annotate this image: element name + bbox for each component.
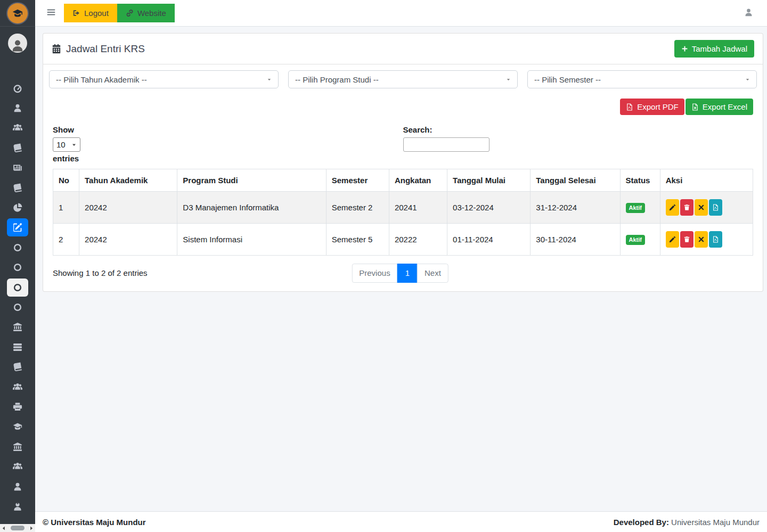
users-icon xyxy=(13,462,22,471)
table-cell: Semester 5 xyxy=(326,224,389,256)
bank-icon xyxy=(13,442,22,452)
sidebar-item-entri-krs[interactable] xyxy=(0,218,35,238)
status-badge: Aktif xyxy=(626,203,645,213)
brand[interactable] xyxy=(0,0,35,27)
sidebar-item-users[interactable] xyxy=(0,118,35,138)
table-row: 220242Sistem InformasiSemester 52022201-… xyxy=(53,224,753,256)
export-pdf-label: Export PDF xyxy=(637,102,679,111)
column-header[interactable]: Semester xyxy=(326,169,389,192)
website-label: Website xyxy=(137,9,166,18)
user-avatar[interactable] xyxy=(8,34,27,53)
developed-by-value: Universitas Maju Mundur xyxy=(669,518,760,527)
users-icon xyxy=(13,382,22,392)
sidebar-item-campus-1[interactable] xyxy=(0,317,35,337)
sidebar-item-dashboard[interactable] xyxy=(0,78,35,98)
tambah-jadwal-button[interactable]: Tambah Jadwal xyxy=(674,40,754,58)
scrollbar-thumb[interactable] xyxy=(11,526,25,530)
printer-icon xyxy=(13,402,22,412)
sidebar-item-chart[interactable] xyxy=(0,198,35,217)
newspaper-icon xyxy=(13,163,22,173)
sidebar-item-newspaper[interactable] xyxy=(0,158,35,178)
table-head: NoTahun AkademikProgram StudiSemesterAng… xyxy=(53,169,753,192)
export-excel-button[interactable]: Export Excel xyxy=(686,99,753,115)
sidebar-nav xyxy=(0,78,35,532)
sidebar-item-group-2[interactable] xyxy=(0,456,35,476)
sidebar-item-box xyxy=(7,99,28,117)
page-title: Jadwal Entri KRS xyxy=(52,43,145,55)
sidebar xyxy=(0,0,35,532)
pagination-previous[interactable]: Previous xyxy=(352,264,397,283)
sidebar-item-book-2[interactable] xyxy=(0,178,35,198)
delete-action-button[interactable] xyxy=(680,199,693,216)
filter-select-tahun-akademik[interactable]: -- Pilih Tahun Akademik -- xyxy=(49,70,279,88)
file-pdf-icon xyxy=(626,103,633,111)
export-pdf-button[interactable]: Export PDF xyxy=(620,99,684,115)
user-menu-button[interactable] xyxy=(744,8,753,19)
sidebar-item-book-1[interactable] xyxy=(0,138,35,158)
website-button[interactable]: Website xyxy=(117,4,175,22)
print-pdf-action-button[interactable] xyxy=(709,199,722,216)
sidebar-item-sub-4[interactable] xyxy=(0,297,35,317)
sidebar-item-print[interactable] xyxy=(0,397,35,416)
column-header[interactable]: Aksi xyxy=(660,169,753,192)
export-buttons: Export PDF Export Excel xyxy=(53,99,753,115)
sidebar-item-data-server[interactable] xyxy=(0,337,35,357)
sidebar-horizontal-scrollbar[interactable] xyxy=(0,524,35,532)
column-header[interactable]: Tahun Akademik xyxy=(79,169,177,192)
column-header[interactable]: Program Studi xyxy=(177,169,326,192)
sidebar-item-staff[interactable] xyxy=(0,496,35,516)
datatable-controls: Show 10 entries Search: xyxy=(53,125,753,163)
sidebar-item-sub-3[interactable] xyxy=(0,277,35,297)
deactivate-action-button[interactable] xyxy=(695,231,708,248)
pencil-icon xyxy=(669,204,676,211)
column-header[interactable]: No xyxy=(53,169,79,192)
sign-out-icon xyxy=(72,9,80,17)
table-cell: 03-12-2024 xyxy=(447,192,531,224)
delete-action-button[interactable] xyxy=(680,231,693,248)
sidebar-item-user-2[interactable] xyxy=(0,477,35,496)
filter-select-program-studi[interactable]: -- Pilih Program Studi -- xyxy=(288,70,518,88)
circle-icon xyxy=(13,243,22,252)
sidebar-item-sub-2[interactable] xyxy=(0,258,35,277)
table-footer: Showing 1 to 2 of 2 entries Previous 1 N… xyxy=(53,264,753,284)
page-length-select[interactable]: 10 xyxy=(53,137,80,152)
entries-label: entries xyxy=(53,154,403,163)
user-icon xyxy=(744,8,753,17)
edit-action-button[interactable] xyxy=(666,231,679,248)
sidebar-item-box xyxy=(7,358,28,376)
select-caret-icon xyxy=(71,142,77,148)
column-header[interactable]: Tanggal Selesai xyxy=(531,169,620,192)
sidebar-item-campus-2[interactable] xyxy=(0,437,35,456)
edit-action-button[interactable] xyxy=(666,199,679,216)
logout-button[interactable]: Logout xyxy=(64,4,117,22)
column-header[interactable]: Tanggal Mulai xyxy=(447,169,531,192)
circle-icon xyxy=(13,283,22,292)
sidebar-item-box xyxy=(7,378,28,396)
sidebar-item-book-3[interactable] xyxy=(0,357,35,377)
user-icon xyxy=(13,103,22,113)
sidebar-toggle-button[interactable] xyxy=(45,7,57,19)
developed-by: Developed By: Universitas Maju Mundur xyxy=(614,518,760,527)
caret-down-icon xyxy=(267,77,272,82)
sidebar-item-profile[interactable] xyxy=(0,98,35,118)
sidebar-item-box xyxy=(7,279,28,297)
deactivate-action-button[interactable] xyxy=(695,199,708,216)
caret-right-icon[interactable] xyxy=(29,526,34,531)
column-header[interactable]: Angkatan xyxy=(389,169,447,192)
datatable-wrapper: Export PDF Export Excel Show xyxy=(49,99,757,284)
caret-left-icon[interactable] xyxy=(1,526,6,531)
pagination-next[interactable]: Next xyxy=(417,264,448,283)
search-input[interactable] xyxy=(403,137,489,152)
pagination-page-1[interactable]: 1 xyxy=(397,264,418,283)
print-pdf-action-button[interactable] xyxy=(709,231,722,248)
jadwal-card: Jadwal Entri KRS Tambah Jadwal -- Pilih … xyxy=(43,33,763,292)
column-header[interactable]: Status xyxy=(620,169,660,192)
page-title-text: Jadwal Entri KRS xyxy=(66,43,145,55)
tachometer-icon xyxy=(13,84,22,93)
filter-select-semester[interactable]: -- Pilih Semester -- xyxy=(527,70,757,88)
sidebar-item-graduation[interactable] xyxy=(0,417,35,437)
table-cell: Semester 2 xyxy=(326,192,389,224)
sidebar-item-sub-1[interactable] xyxy=(0,238,35,257)
sidebar-item-group-1[interactable] xyxy=(0,377,35,397)
sidebar-item-box xyxy=(7,139,28,157)
